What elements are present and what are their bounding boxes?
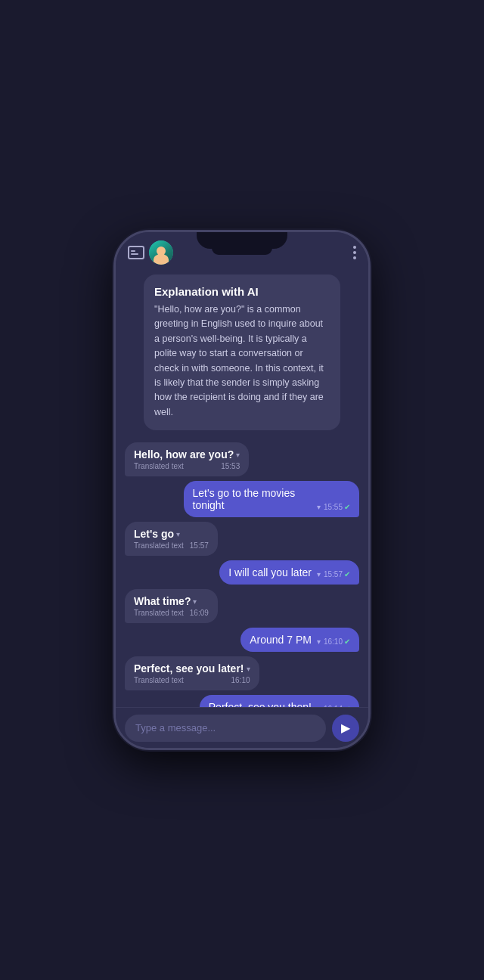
dot-1 <box>353 246 356 249</box>
sidebar-line-1 <box>131 250 135 252</box>
msg2-text: Let's go to the movies tonight <box>193 487 312 511</box>
chevron-sent-8: ▾ <box>317 705 321 707</box>
msg1-time: 15:53 <box>221 462 240 470</box>
bubble-received-5: What time? ▾ Translated text 16:09 <box>125 589 218 623</box>
msg5-translated: Translated text <box>134 609 184 617</box>
message-sent-6[interactable]: Around 7 PM ▾ 16:10 ✔ <box>240 628 359 652</box>
check-icon-2: ✔ <box>344 503 350 511</box>
message-received-5[interactable]: What time? ▾ Translated text 16:09 <box>125 589 218 623</box>
msg4-text: I will call you later <box>228 566 312 578</box>
message-received-3[interactable]: Let's go ▾ Translated text 15:57 <box>125 522 218 556</box>
status-right[interactable] <box>353 246 356 259</box>
sidebar-line-2 <box>131 253 138 255</box>
msg7-text: Perfect, see you later! <box>134 662 244 675</box>
msg1-translated: Translated text <box>134 462 184 470</box>
check-icon-4: ✔ <box>344 570 350 578</box>
message-received-1[interactable]: Hello, how are you? ▾ Translated text 15… <box>125 442 249 476</box>
message-received-7[interactable]: Perfect, see you later! ▾ Translated tex… <box>125 656 259 690</box>
bubble-meta-4: 15:57 ✔ <box>324 570 350 578</box>
ai-explanation-title: Explanation with AI <box>154 285 330 298</box>
bubble-sent-4: I will call you later ▾ 15:57 ✔ <box>219 560 359 585</box>
chevron-icon-7: ▾ <box>247 665 250 673</box>
check-icon-6: ✔ <box>344 637 350 646</box>
bubble-meta-1: Translated text 15:53 <box>134 462 240 470</box>
chevron-icon-5: ▾ <box>193 597 197 606</box>
msg7-translated: Translated text <box>134 676 184 684</box>
phone-notch <box>197 232 287 249</box>
chevron-sent-6: ▾ <box>317 637 321 646</box>
sidebar-icon[interactable] <box>128 246 144 259</box>
status-left <box>128 240 173 265</box>
avatar[interactable] <box>149 240 173 265</box>
message-input[interactable] <box>125 715 326 742</box>
bubble-received-1: Hello, how are you? ▾ Translated text 15… <box>125 442 249 476</box>
chevron-sent-4: ▾ <box>317 570 321 578</box>
dot-2 <box>353 251 356 254</box>
more-options-icon[interactable] <box>353 246 356 259</box>
msg3-time: 15:57 <box>190 541 209 550</box>
check-icon-8: ✔ <box>344 705 350 707</box>
chevron-icon-1: ▾ <box>236 451 240 459</box>
msg8-time: 16:14 <box>324 705 343 707</box>
avatar-face <box>149 240 173 265</box>
chevron-sent-2: ▾ <box>317 503 321 511</box>
bubble-meta-8: 16:14 ✔ <box>324 705 350 707</box>
bubble-meta-2: 15:55 ✔ <box>324 503 350 511</box>
input-bar: ▶ <box>116 707 368 748</box>
msg4-time: 15:57 <box>324 570 343 578</box>
send-button[interactable]: ▶ <box>332 715 359 742</box>
msg3-translated: Translated text <box>134 541 184 550</box>
msg1-text: Hello, how are you? <box>134 448 234 461</box>
msg5-text: What time? <box>134 595 191 607</box>
bubble-meta-6: 16:10 ✔ <box>324 637 350 646</box>
bubble-meta-3: Translated text 15:57 <box>134 541 209 550</box>
msg3-text: Let's go <box>134 528 174 540</box>
chat-area: Explanation with AI "Hello, how are you?… <box>116 265 368 707</box>
message-sent-4[interactable]: I will call you later ▾ 15:57 ✔ <box>219 560 359 585</box>
bubble-received-7: Perfect, see you later! ▾ Translated tex… <box>125 656 259 690</box>
bubble-sent-2: Let's go to the movies tonight ▾ 15:55 ✔ <box>184 481 360 517</box>
phone-frame: Explanation with AI "Hello, how are you?… <box>113 230 371 750</box>
bubble-sent-8: Perfect, see you then! ▾ 16:14 ✔ <box>200 695 359 707</box>
msg6-time: 16:10 <box>324 637 343 646</box>
send-icon: ▶ <box>341 721 350 735</box>
ai-explanation-text: "Hello, how are you?" is a common greeti… <box>154 302 330 420</box>
message-sent-8[interactable]: Perfect, see you then! ▾ 16:14 ✔ <box>200 695 359 707</box>
message-sent-2[interactable]: Let's go to the movies tonight ▾ 15:55 ✔ <box>184 481 360 517</box>
chevron-icon-3: ▾ <box>176 530 180 538</box>
ai-explanation-bubble: Explanation with AI "Hello, how are you?… <box>144 274 340 430</box>
msg7-time: 16:10 <box>231 676 250 684</box>
msg2-time: 15:55 <box>324 503 343 511</box>
bubble-sent-6: Around 7 PM ▾ 16:10 ✔ <box>240 628 359 652</box>
msg6-text: Around 7 PM <box>250 634 312 646</box>
msg8-text: Perfect, see you then! <box>209 701 312 707</box>
bubble-received-3: Let's go ▾ Translated text 15:57 <box>125 522 218 556</box>
bubble-meta-7: Translated text 16:10 <box>134 676 250 684</box>
msg5-time: 16:09 <box>190 609 209 617</box>
bubble-meta-5: Translated text 16:09 <box>134 609 209 617</box>
dot-3 <box>353 256 356 259</box>
